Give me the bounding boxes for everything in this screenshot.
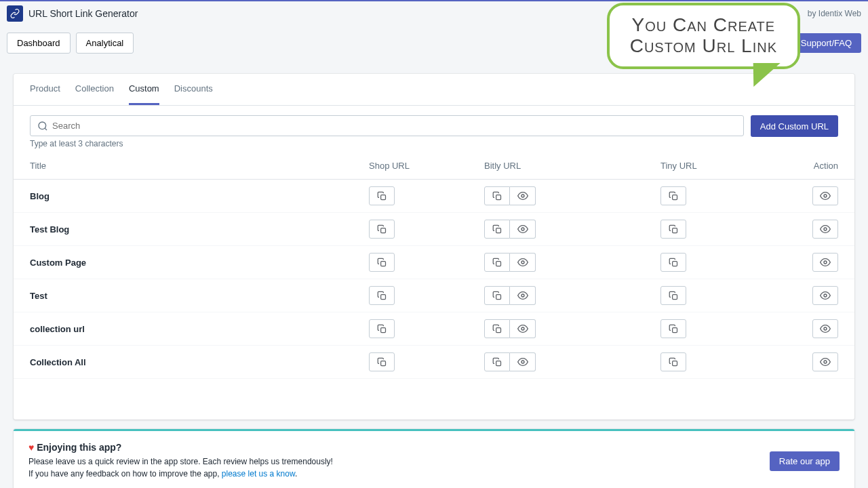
view-bitly-url-button[interactable]: [510, 253, 536, 272]
vendor-text: by Identix Web: [808, 9, 861, 18]
view-bitly-url-button[interactable]: [510, 286, 536, 305]
copy-tiny-url-button[interactable]: [660, 352, 686, 371]
svg-point-31: [824, 361, 827, 363]
tab-product[interactable]: Product: [30, 74, 60, 105]
table-row: Test Blog: [14, 213, 854, 246]
svg-rect-13: [496, 261, 500, 266]
row-title: Custom Page: [30, 258, 369, 268]
search-input[interactable]: [48, 119, 736, 132]
copy-tiny-url-button[interactable]: [660, 286, 686, 305]
view-action-button[interactable]: [812, 352, 838, 371]
view-action-button[interactable]: [812, 253, 838, 272]
table-row: Custom Page: [14, 246, 854, 279]
svg-rect-18: [496, 294, 500, 299]
copy-shop-url-button[interactable]: [369, 352, 395, 371]
rate-app-button[interactable]: Rate our app: [770, 451, 840, 471]
heart-icon: ♥: [28, 442, 34, 453]
svg-rect-25: [672, 327, 677, 332]
main-card: Product Collection Custom Discounts Type…: [14, 74, 854, 420]
copy-tiny-url-button[interactable]: [660, 253, 686, 272]
svg-point-9: [521, 228, 524, 230]
copy-bitly-url-button[interactable]: [484, 186, 510, 205]
svg-rect-30: [672, 361, 677, 365]
svg-rect-15: [672, 261, 677, 266]
copy-shop-url-button[interactable]: [369, 220, 395, 239]
search-hint: Type at least 3 characters: [30, 139, 744, 148]
enjoy-card: ♥ Enjoying this app? Please leave us a q…: [14, 429, 854, 488]
enjoy-heading: Enjoying this app?: [37, 442, 121, 453]
table: Title Shop URL Bitly URL Tiny URL Action…: [14, 152, 854, 379]
svg-point-26: [824, 327, 827, 330]
tab-collection[interactable]: Collection: [75, 74, 114, 105]
copy-shop-url-button[interactable]: [369, 286, 395, 305]
support-button[interactable]: Support/FAQ: [791, 33, 861, 53]
copy-bitly-url-button[interactable]: [484, 253, 510, 272]
dashboard-button[interactable]: Dashboard: [7, 33, 71, 54]
table-row: Collection All: [14, 346, 854, 379]
view-bitly-url-button[interactable]: [510, 186, 536, 205]
copy-tiny-url-button[interactable]: [660, 319, 686, 338]
view-bitly-url-button[interactable]: [510, 319, 536, 338]
svg-rect-22: [380, 327, 385, 332]
view-action-button[interactable]: [812, 220, 838, 239]
enjoy-line1: Please leave us a quick review in the ap…: [28, 455, 333, 468]
row-title: collection url: [30, 324, 369, 334]
svg-rect-2: [380, 195, 385, 199]
app-logo-icon: [7, 5, 23, 22]
view-bitly-url-button[interactable]: [510, 352, 536, 371]
copy-shop-url-button[interactable]: [369, 253, 395, 272]
svg-point-0: [39, 122, 46, 129]
row-title: Test Blog: [30, 224, 369, 235]
tabs: Product Collection Custom Discounts: [14, 74, 854, 106]
promo-bubble: You Can Create Custom Url Link: [607, 3, 800, 69]
tab-discounts[interactable]: Discounts: [174, 74, 213, 105]
svg-point-21: [824, 294, 827, 297]
view-action-button[interactable]: [812, 286, 838, 305]
row-title: Test: [30, 291, 369, 301]
row-title: Blog: [30, 191, 369, 201]
svg-rect-20: [672, 294, 677, 299]
copy-tiny-url-button[interactable]: [660, 186, 686, 205]
svg-point-16: [824, 261, 827, 264]
svg-point-14: [521, 261, 524, 264]
svg-point-24: [521, 327, 524, 330]
table-row: Blog: [14, 180, 854, 213]
svg-rect-28: [496, 361, 500, 365]
copy-shop-url-button[interactable]: [369, 319, 395, 338]
copy-shop-url-button[interactable]: [369, 186, 395, 205]
svg-line-1: [45, 128, 47, 130]
view-action-button[interactable]: [812, 186, 838, 205]
table-row: Test: [14, 279, 854, 312]
col-action: Action: [769, 161, 838, 171]
copy-bitly-url-button[interactable]: [484, 319, 510, 338]
feedback-link[interactable]: please let us a know: [222, 469, 295, 479]
copy-tiny-url-button[interactable]: [660, 220, 686, 239]
add-custom-url-button[interactable]: Add Custom URL: [751, 115, 838, 137]
copy-bitly-url-button[interactable]: [484, 220, 510, 239]
table-row: collection url: [14, 312, 854, 346]
svg-rect-8: [496, 228, 500, 232]
svg-rect-7: [380, 228, 385, 232]
svg-point-4: [521, 195, 524, 197]
svg-point-19: [521, 294, 524, 297]
svg-rect-17: [380, 294, 385, 299]
col-shop: Shop URL: [369, 161, 484, 171]
view-action-button[interactable]: [812, 319, 838, 338]
row-title: Collection All: [30, 357, 369, 367]
copy-bitly-url-button[interactable]: [484, 352, 510, 371]
analytical-button[interactable]: Analytical: [76, 33, 134, 54]
svg-rect-3: [496, 195, 500, 199]
search-input-wrap: [30, 115, 744, 136]
col-bitly: Bitly URL: [484, 161, 660, 171]
copy-bitly-url-button[interactable]: [484, 286, 510, 305]
view-bitly-url-button[interactable]: [510, 220, 536, 239]
table-head: Title Shop URL Bitly URL Tiny URL Action: [14, 152, 854, 180]
svg-rect-23: [496, 327, 500, 332]
app-title: URL Short Link Generator: [28, 8, 138, 19]
svg-point-29: [521, 361, 524, 363]
col-tiny: Tiny URL: [660, 161, 769, 171]
svg-point-6: [824, 195, 827, 197]
tab-custom[interactable]: Custom: [129, 74, 159, 105]
search-icon: [37, 121, 48, 131]
col-title: Title: [30, 161, 369, 171]
